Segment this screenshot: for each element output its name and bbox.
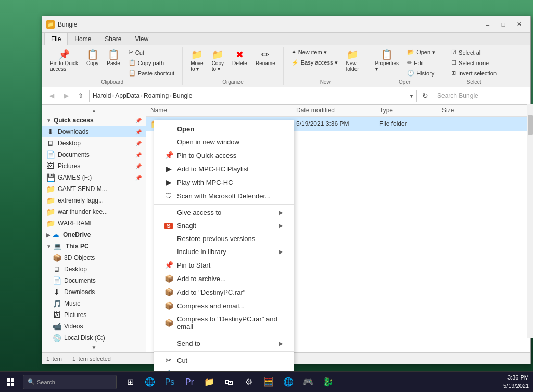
col-header-name[interactable]: Name xyxy=(150,107,296,114)
steam-icon[interactable]: 🎮 xyxy=(299,372,318,393)
premiere-icon[interactable]: Pr xyxy=(180,372,199,393)
ctx-play-mpc[interactable]: ▶ Play with MPC-HC xyxy=(154,175,294,189)
chrome-icon[interactable]: 🌐 xyxy=(141,372,159,393)
copy-path-button[interactable]: 📋 Copy path xyxy=(125,58,178,68)
quick-access-header[interactable]: ▼ Quick access 📌 xyxy=(42,115,146,126)
refresh-button[interactable]: ↻ xyxy=(419,90,432,102)
history-icon: 🕐 xyxy=(407,70,414,77)
sidebar-item-documents2[interactable]: 📄 Documents xyxy=(42,275,146,286)
back-button[interactable]: ◀ xyxy=(45,90,58,102)
sidebar-item-warframe[interactable]: 📁 WARFRAME xyxy=(42,218,146,229)
sidebar-item-war-thunder[interactable]: 📁 war thunder kee... xyxy=(42,206,146,218)
pictures-pin: 📌 xyxy=(135,163,142,169)
app-icon[interactable]: 🐉 xyxy=(319,372,337,393)
tab-home[interactable]: Home xyxy=(68,33,98,45)
open-button[interactable]: 📂 Open ▾ xyxy=(403,47,439,57)
ctx-open[interactable]: Open xyxy=(154,122,294,135)
ctx-restore-versions[interactable]: Restore previous versions xyxy=(154,232,294,245)
delete-button[interactable]: ✖ Delete xyxy=(229,47,251,69)
tab-file[interactable]: File xyxy=(44,33,68,45)
photoshop-icon[interactable]: Ps xyxy=(160,372,179,393)
settings-icon-taskbar[interactable]: ⚙ xyxy=(239,372,258,393)
address-dropdown-button[interactable]: ▼ xyxy=(407,90,417,102)
taskbar-search[interactable]: 🔍 Search xyxy=(23,375,117,389)
sidebar-item-desktop2[interactable]: 🖥 Desktop xyxy=(42,263,146,275)
start-button[interactable] xyxy=(0,372,21,393)
paste-shortcut-button[interactable]: 📋 Paste shortcut xyxy=(125,68,178,78)
sidebar-scroll-up[interactable]: ▲ xyxy=(42,107,146,115)
scrollbar-thumb[interactable] xyxy=(528,115,533,135)
sidebar-item-3d-objects[interactable]: 📦 3D Objects xyxy=(42,252,146,263)
properties-button[interactable]: 📋 Properties▾ xyxy=(372,47,403,74)
onedrive-header[interactable]: ▶ ☁ OneDrive xyxy=(42,229,146,241)
store-icon[interactable]: 🛍 xyxy=(220,372,238,393)
move-to-button[interactable]: 📁 Moveto ▾ xyxy=(187,47,207,74)
sidebar-item-laggy[interactable]: 📁 extremely lagg... xyxy=(42,195,146,206)
tab-share[interactable]: Share xyxy=(98,33,128,45)
ctx-open-new-window[interactable]: Open in new window xyxy=(154,135,294,148)
sidebar-item-downloads2[interactable]: ⬇ Downloads xyxy=(42,286,146,298)
copy-to-button[interactable]: 📁 Copyto ▾ xyxy=(208,47,227,74)
scrollbar[interactable] xyxy=(527,104,533,338)
sidebar-item-music[interactable]: 🎵 Music xyxy=(42,298,146,309)
ctx-compress-email[interactable]: 📦 Compress and email... xyxy=(154,299,294,312)
minimize-button[interactable]: – xyxy=(480,19,495,30)
sidebar-scroll-down[interactable]: ▼ xyxy=(42,344,146,351)
browser2-icon[interactable]: 🌐 xyxy=(279,372,298,393)
sidebar-item-documents[interactable]: 📄 Documents 📌 xyxy=(42,149,146,160)
sidebar-item-downloads[interactable]: ⬇ Downloads 📌 xyxy=(42,126,146,137)
sidebar-item-videos[interactable]: 📹 Videos xyxy=(42,321,146,332)
ctx-pin-start[interactable]: 📌 Pin to Start xyxy=(154,258,294,272)
new-folder-button[interactable]: 📁 Newfolder xyxy=(342,47,363,74)
up-button[interactable]: ⇧ xyxy=(74,90,87,102)
ribbon-group-new: ✦ New item ▾ ⚡ Easy access ▾ 📁 Newfolder… xyxy=(288,47,367,85)
sidebar-item-games[interactable]: 💾 GAMES (F:) 📌 xyxy=(42,172,146,183)
address-path[interactable]: Harold › AppData › Roaming › Bungie xyxy=(89,90,404,102)
invert-selection-button[interactable]: ⊞ Invert selection xyxy=(448,68,500,78)
ctx-compress-rar-email[interactable]: 📦 Compress to "DestinyPC.rar" and email xyxy=(154,312,294,333)
paste-button[interactable]: 📋 Paste xyxy=(103,47,124,69)
pin-to-quick-access-button[interactable]: 📌 Pin to Quickaccess xyxy=(46,47,82,74)
col-header-size[interactable]: Size xyxy=(442,107,484,114)
ctx-send-to[interactable]: Send to ▶ xyxy=(154,337,294,350)
ctx-include-library[interactable]: Include in library ▶ xyxy=(154,245,294,258)
calc-icon[interactable]: 🧮 xyxy=(259,372,278,393)
select-all-button[interactable]: ☑ Select all xyxy=(448,47,500,57)
taskview-button[interactable]: ⊞ xyxy=(121,372,139,393)
window-title: Bungie xyxy=(58,21,480,28)
context-menu: Open Open in new window 📌 Pin to Quick a… xyxy=(154,120,294,392)
col-header-modified[interactable]: Date modified xyxy=(296,107,379,114)
ctx-cut[interactable]: ✂ Cut xyxy=(154,353,294,367)
ctx-pin-quick-access[interactable]: 📌 Pin to Quick access xyxy=(154,148,294,162)
tab-view[interactable]: View xyxy=(128,33,155,45)
col-header-type[interactable]: Type xyxy=(379,107,442,114)
taskbar-search-icon: 🔍 xyxy=(28,378,35,385)
copy-button[interactable]: 📋 Copy xyxy=(83,47,102,69)
ctx-give-access[interactable]: Give access to ▶ xyxy=(154,206,294,219)
search-box[interactable]: Search Bungie xyxy=(434,90,527,102)
forward-button[interactable]: ▶ xyxy=(60,90,72,102)
sidebar-item-local-disk[interactable]: 💿 Local Disk (C:) xyxy=(42,332,146,344)
cut-button[interactable]: ✂ Cut xyxy=(125,47,178,57)
sidebar-item-pictures[interactable]: 🖼 Pictures 📌 xyxy=(42,160,146,172)
new-item-button[interactable]: ✦ New item ▾ xyxy=(288,47,341,57)
ctx-add-destinypc-rar[interactable]: 📦 Add to "DestinyPC.rar" xyxy=(154,285,294,299)
edit-button[interactable]: ✏ Edit xyxy=(403,58,439,68)
rename-button[interactable]: ✏ Rename xyxy=(252,47,279,69)
taskbar-search-label: Search xyxy=(37,379,55,385)
ctx-snagit[interactable]: S Snagit ▶ xyxy=(154,219,294,232)
explorer-icon[interactable]: 📁 xyxy=(200,372,219,393)
select-none-button[interactable]: ☐ Select none xyxy=(448,58,500,68)
ctx-scan-defender[interactable]: 🛡 Scan with Microsoft Defender... xyxy=(154,189,294,203)
close-button[interactable]: ✕ xyxy=(512,19,526,30)
sidebar-item-desktop[interactable]: 🖥 Desktop 📌 xyxy=(42,137,146,149)
ctx-add-mpc-playlist[interactable]: ▶ Add to MPC-HC Playlist xyxy=(154,162,294,175)
selected-count: 1 item selected xyxy=(72,356,111,362)
this-pc-header[interactable]: ▼ 💻 This PC xyxy=(42,241,146,252)
maximize-button[interactable]: □ xyxy=(496,19,511,30)
ctx-add-archive[interactable]: 📦 Add to archive... xyxy=(154,272,294,285)
easy-access-button[interactable]: ⚡ Easy access ▾ xyxy=(288,58,341,68)
sidebar-item-pictures2[interactable]: 🖼 Pictures xyxy=(42,309,146,321)
history-button[interactable]: 🕐 History xyxy=(403,68,439,78)
sidebar-item-cant-send[interactable]: 📁 CAN'T SEND M... xyxy=(42,183,146,195)
